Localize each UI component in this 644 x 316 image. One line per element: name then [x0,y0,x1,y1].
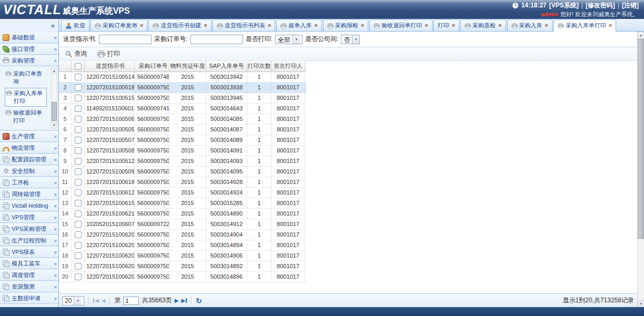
intercompany-select[interactable]: 否 ▼ [341,35,360,44]
sidebar-item[interactable]: 周转箱管理» [0,188,58,200]
row-checkbox[interactable] [75,200,82,207]
row-checkbox[interactable] [75,168,82,175]
row-checkbox[interactable] [75,74,82,80]
query-button[interactable]: 查询 [63,48,89,59]
cell-value: 2015 [169,72,206,82]
tab-close-icon[interactable]: × [609,23,612,28]
tab-item[interactable]: 采购入库× [507,19,552,31]
row-checkbox[interactable] [75,189,82,196]
delivery-note-input[interactable] [99,35,152,44]
sidebar-item[interactable]: 基础数据» [0,32,58,43]
sidebar-subitem[interactable]: 采购订单查询 [5,69,47,87]
sidebar-item[interactable]: 采购管理« [0,55,58,66]
sidebar-subitem[interactable]: 采购入库单打印 [5,88,47,107]
tab-item[interactable]: 验收退回单打印× [369,19,432,31]
sidebar-item[interactable]: VPS管理» [0,211,58,223]
link-logout[interactable]: [注销] [622,1,639,10]
sidebar-item[interactable]: 模具工装车» [0,258,58,269]
tab-active[interactable]: 采购入库单打印× [554,19,616,32]
table-row: 1122072015100514560000974820155003013942… [59,72,306,83]
row-checkbox[interactable] [75,95,82,101]
row-checkbox[interactable] [75,263,82,270]
tab-close-icon[interactable]: × [140,23,143,28]
tab-close-icon[interactable]: × [425,23,428,28]
scroll-thumb[interactable] [52,102,57,121]
printed-select[interactable]: 全部 ▼ [275,35,303,44]
po-number-input[interactable] [190,35,243,44]
print-button[interactable]: 打印 [95,48,122,59]
row-checkbox[interactable] [75,137,82,144]
row-checkbox[interactable] [75,210,82,217]
sidebar-item[interactable]: 物流管理» [0,142,58,154]
scroll-up-icon[interactable]: ▲ [638,32,644,38]
link-change-password[interactable]: [修改密码] [586,1,615,10]
cell-value: 8001017 [271,104,305,114]
row-checkbox[interactable] [75,105,82,112]
row-checkbox[interactable] [75,116,82,123]
tab-item[interactable]: 送货指示书创建× [148,19,211,31]
cell-value: 1 [247,146,271,156]
sidebar-item[interactable]: 调度管理» [0,269,58,281]
sidebar-item[interactable]: 生产过程控制» [0,235,58,246]
sidebar-collapse-icon[interactable]: « [51,22,55,29]
select-all-checkbox[interactable] [75,63,82,70]
last-page-button[interactable]: ▶ [181,298,187,303]
tab-close-icon[interactable]: × [452,23,455,28]
sidebar-item[interactable]: VPS报表» [0,246,58,258]
row-checkbox[interactable] [75,126,82,133]
row-checkbox[interactable] [75,84,82,91]
row-checkbox[interactable] [75,273,82,280]
sidebar-subitem[interactable]: 验收退回单打印 [5,108,47,126]
row-checkbox[interactable] [75,221,82,228]
scroll-down-icon[interactable]: ▼ [52,122,57,128]
sidebar-item[interactable]: 主数据申请» [0,292,58,304]
sidebar-item[interactable]: VPS采购管理» [0,223,58,235]
sidebar-item[interactable]: 资源预测» [0,281,58,292]
row-checkbox[interactable] [75,252,82,259]
tab-item[interactable]: 超单入库× [276,19,321,31]
tab-close-icon[interactable]: × [545,23,548,28]
checkbox-cell [72,72,85,82]
prev-page-button[interactable]: ◀ [102,298,106,303]
column-header: SAP入库单号 [206,61,247,72]
row-number: 9 [59,156,72,166]
sidebar-item[interactable]: 配置跟踪管理» [0,154,58,165]
cell-value: 1 [247,188,271,198]
sidebar-item[interactable]: Victall Holding» [0,200,58,211]
first-page-button[interactable]: ◀ [93,298,99,303]
tab-label: 送货指示书列表 [225,22,265,29]
tab-close-icon[interactable]: × [268,23,271,28]
scroll-down-icon[interactable]: ▼ [638,300,644,307]
page-input[interactable] [123,297,139,305]
tab-item[interactable]: 采购报检× [323,19,368,31]
next-page-button[interactable]: ▶ [175,298,179,303]
row-checkbox[interactable] [75,242,82,249]
scroll-thumb[interactable] [638,39,644,239]
tab-item[interactable]: 欢迎 [61,19,89,31]
refresh-icon[interactable]: ↻ [196,297,202,305]
tab-close-icon[interactable]: × [204,23,207,28]
row-checkbox[interactable] [75,158,82,165]
link-vps-system[interactable]: [VPS系统] [549,1,579,10]
tab-item[interactable]: 打印× [434,19,459,31]
tab-close-icon[interactable]: × [314,23,317,28]
scroll-up-icon[interactable]: ▲ [52,68,57,74]
page-size-select[interactable]: 20 ▼ [62,296,84,305]
sidebar-item[interactable]: 生产管理» [0,130,58,142]
tab-item[interactable]: 采购质检× [460,19,506,31]
tab-close-icon[interactable]: × [498,23,501,28]
vertical-scrollbar[interactable]: ▲ ▼ [637,32,644,307]
row-checkbox[interactable] [75,231,82,238]
cell-value: 8001017 [271,272,305,282]
tab-item[interactable]: 采购订单发布× [90,19,147,31]
row-checkbox[interactable] [75,147,82,154]
tab-close-icon[interactable]: × [361,23,364,28]
submenu-scrollbar[interactable]: ▲▼ [51,68,57,128]
sidebar-item[interactable]: 工序检» [0,177,58,188]
cell-value: 5003014906 [206,251,247,261]
sidebar-item[interactable]: ⚙安全控制» [0,165,58,177]
row-checkbox[interactable] [75,179,82,186]
sidebar-item[interactable]: 接口管理» [0,43,58,55]
tab-item[interactable]: 送货指示书列表× [213,19,275,31]
app-title: 威奥生产系统VPS [63,6,130,17]
